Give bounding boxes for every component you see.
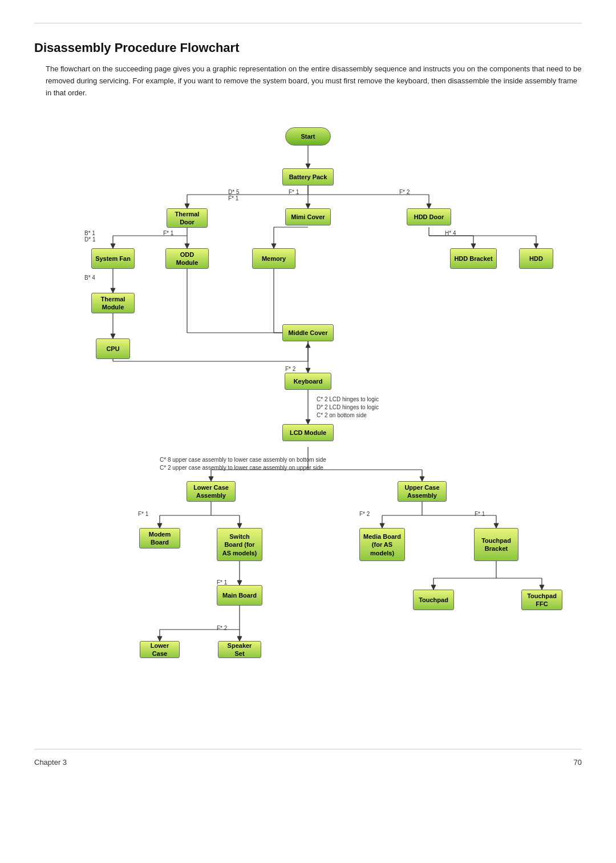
svg-marker-71 xyxy=(431,585,436,590)
bottom-border xyxy=(34,749,582,749)
svg-marker-67 xyxy=(237,580,242,585)
svg-marker-14 xyxy=(111,244,115,248)
node-battery-pack: Battery Pack xyxy=(282,168,334,185)
node-hdd-bracket: HDD Bracket xyxy=(450,248,497,269)
label-f1-modem: F* 1 xyxy=(138,511,148,517)
svg-marker-44 xyxy=(306,420,310,424)
node-lower-case-assembly: Lower Case Assembly xyxy=(187,481,236,502)
node-memory: Memory xyxy=(252,248,295,269)
label-f1-touchpad: F* 1 xyxy=(475,511,485,517)
svg-marker-39 xyxy=(306,343,310,348)
svg-marker-26 xyxy=(534,244,538,248)
flowchart: D* 5F* 1 F* 1 F* 2 B* 1D* 1 F* 1 H* 4 B*… xyxy=(46,116,570,744)
label-f2-right: F* 2 xyxy=(399,189,410,195)
svg-marker-5 xyxy=(185,204,189,208)
svg-marker-19 xyxy=(271,244,276,248)
node-switch-board: Switch Board (for AS models) xyxy=(217,528,262,561)
svg-marker-80 xyxy=(237,636,242,641)
label-b1d1: B* 1D* 1 xyxy=(84,230,95,243)
node-thermal-door: Thermal Door xyxy=(167,208,208,228)
svg-marker-10 xyxy=(427,204,431,208)
node-media-board: Media Board (for AS models) xyxy=(359,528,405,561)
node-system-fan: System Fan xyxy=(91,248,135,269)
svg-marker-62 xyxy=(380,523,384,528)
footer-page: 70 xyxy=(574,758,582,767)
label-f2-media: F* 2 xyxy=(359,511,370,517)
node-hdd-door: HDD Door xyxy=(407,208,451,225)
node-thermal-module: Thermal Module xyxy=(91,293,135,313)
node-keyboard: Keyboard xyxy=(285,373,331,390)
label-f1-odd: F* 1 xyxy=(163,230,173,236)
node-touchpad-ffc: Touchpad FFC xyxy=(521,590,562,610)
footer: Chapter 3 70 xyxy=(34,758,582,767)
label-f1-center: F* 1 xyxy=(289,189,299,195)
label-b4: B* 4 xyxy=(84,275,95,281)
node-main-board: Main Board xyxy=(217,585,262,606)
svg-marker-51 xyxy=(420,477,424,481)
node-touchpad: Touchpad xyxy=(413,590,454,610)
label-f2-speaker: F* 2 xyxy=(217,625,227,631)
svg-marker-42 xyxy=(306,368,310,373)
svg-marker-74 xyxy=(540,585,544,590)
node-odd-module: ODD Module xyxy=(165,248,209,269)
svg-marker-65 xyxy=(494,523,499,528)
node-lcd-module: LCD Module xyxy=(282,424,334,441)
svg-marker-1 xyxy=(306,164,310,168)
svg-marker-58 xyxy=(237,523,242,528)
svg-marker-16 xyxy=(185,244,189,248)
node-modem-board: Modem Board xyxy=(139,528,180,549)
label-d5f1: D* 5F* 1 xyxy=(228,189,239,201)
page-title: Disassembly Procedure Flowchart xyxy=(34,41,582,55)
footer-chapter: Chapter 3 xyxy=(34,758,67,767)
node-touchpad-bracket: Touchpad Bracket xyxy=(474,528,518,561)
top-border xyxy=(34,23,582,23)
svg-marker-30 xyxy=(111,334,115,338)
label-assembly-notes: C* 8 upper case assembly to lower case a… xyxy=(160,456,326,472)
intro-text: The flowchart on the succeeding page giv… xyxy=(34,63,582,99)
node-start: Start xyxy=(285,127,331,146)
node-middle-cover: Middle Cover xyxy=(282,324,334,341)
label-h4: H* 4 xyxy=(445,230,456,236)
svg-marker-28 xyxy=(111,288,115,293)
svg-marker-55 xyxy=(157,523,162,528)
svg-marker-48 xyxy=(209,477,213,481)
node-lower-case: Lower Case xyxy=(140,641,180,658)
svg-marker-78 xyxy=(157,636,162,641)
page: Disassembly Procedure Flowchart The flow… xyxy=(0,0,616,778)
label-f2-keyboard: F* 2 xyxy=(285,366,295,372)
svg-marker-7 xyxy=(306,204,310,208)
node-speaker-set: Speaker Set xyxy=(218,641,261,658)
node-hdd: HDD xyxy=(519,248,553,269)
svg-marker-23 xyxy=(471,244,476,248)
node-cpu: CPU xyxy=(96,338,130,359)
label-lcd-notes: C* 2 LCD hinges to logicD* 2 LCD hinges … xyxy=(317,396,379,420)
node-mimi-cover: Mimi Cover xyxy=(285,208,331,225)
node-upper-case-assembly: Upper Case Assembly xyxy=(398,481,447,502)
